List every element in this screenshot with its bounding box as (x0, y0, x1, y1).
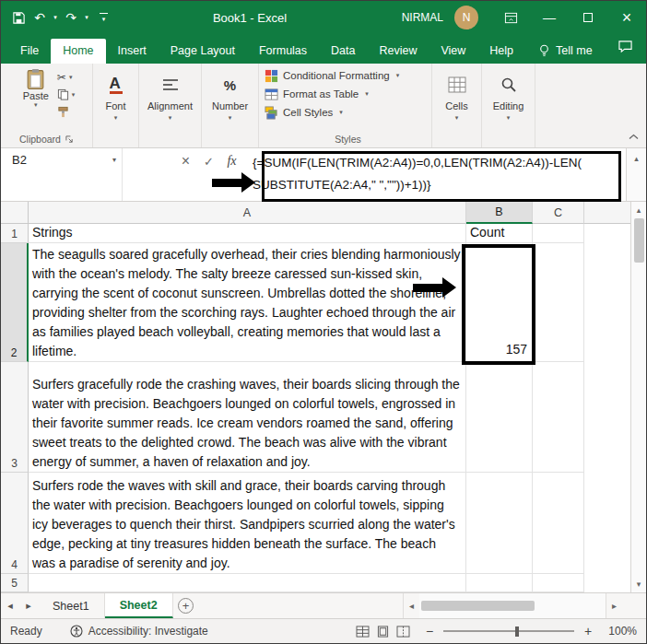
column-header-b[interactable]: B (466, 202, 533, 224)
alignment-group-button[interactable]: Alignment ▾ (139, 64, 202, 147)
cell-c5[interactable] (533, 574, 584, 592)
cell-a2[interactable]: The seagulls soared gracefully overhead,… (29, 243, 466, 362)
zoom-in-button[interactable]: + (582, 624, 594, 638)
font-icon: A (110, 76, 123, 94)
cell-a4[interactable]: Surfers rode the waves with skill and gr… (29, 473, 466, 574)
minimize-button[interactable]: — (530, 1, 569, 34)
vertical-scrollbar[interactable]: ▴ ▾ (630, 202, 646, 592)
tab-review[interactable]: Review (367, 39, 429, 64)
cell-c4[interactable] (533, 473, 584, 574)
scroll-up-button[interactable]: ▴ (631, 202, 646, 218)
sheet-nav-left-button[interactable]: ◂ (1, 593, 19, 618)
chevron-up-icon (629, 134, 639, 140)
tab-insert[interactable]: Insert (106, 39, 159, 64)
select-all-corner[interactable] (1, 202, 29, 224)
tab-data[interactable]: Data (319, 39, 367, 64)
title-bar: ↶ ▾ ↷ ▾ ▾ Book1 - Excel NIRMAL N — × (1, 1, 646, 34)
cell-b4[interactable] (466, 473, 533, 574)
conditional-formatting-icon (265, 69, 278, 83)
cancel-button[interactable]: × (174, 152, 197, 170)
conditional-formatting-button[interactable]: Conditional Formatting ▾ (265, 66, 431, 85)
cell-c2[interactable] (533, 243, 584, 362)
row-header-5[interactable]: 5 (1, 574, 29, 592)
page-layout-view-icon[interactable] (376, 626, 390, 638)
tell-me-button[interactable]: Tell me (529, 39, 602, 64)
cell-a5[interactable] (29, 574, 466, 592)
row-4: 4 Surfers rode the waves with skill and … (1, 473, 630, 574)
formula-line-1: {=SUM(IF(LEN(TRIM(A2:A4))=0,0,LEN(TRIM(A… (253, 152, 626, 174)
vertical-scrollbar-thumb[interactable] (634, 218, 644, 263)
tab-home[interactable]: Home (51, 39, 105, 64)
avatar[interactable]: N (454, 6, 478, 29)
column-header-a[interactable]: A (29, 202, 466, 224)
maximize-icon (583, 13, 593, 22)
tab-view[interactable]: View (429, 39, 477, 64)
zoom-slider[interactable] (443, 625, 574, 638)
cell-b2[interactable]: 157 (466, 243, 533, 362)
row-header-4[interactable]: 4 (1, 473, 29, 574)
paste-button[interactable]: Paste ▾ (18, 66, 53, 120)
horizontal-scrollbar[interactable]: ◂ ▸ (403, 593, 622, 618)
undo-dropdown-icon[interactable]: ▾ (51, 6, 60, 29)
row-header-3[interactable]: 3 (1, 362, 29, 473)
cut-button[interactable]: ✂▾ (57, 69, 76, 85)
formula-bar-expand-button[interactable]: ▴ (626, 148, 646, 201)
zoom-out-button[interactable]: − (424, 624, 435, 638)
zoom-slider-thumb[interactable] (515, 626, 519, 637)
cells-group-button[interactable]: Cells ▾ (432, 64, 482, 147)
magnifier-icon (500, 76, 517, 93)
name-box[interactable]: B2 ▾ (1, 148, 123, 201)
insert-function-button[interactable]: fx (220, 152, 243, 170)
cell-a1[interactable]: Strings (29, 224, 466, 243)
cell-b1[interactable]: Count (466, 224, 533, 243)
redo-button[interactable]: ↷ (61, 6, 81, 29)
user-name[interactable]: NIRMAL (402, 11, 443, 24)
redo-dropdown-icon[interactable]: ▾ (82, 6, 91, 29)
ribbon-display-options-button[interactable] (491, 1, 530, 34)
accessibility-checker[interactable]: Accessibility: Investigate (70, 625, 208, 638)
comments-button[interactable] (618, 40, 633, 64)
save-icon (12, 11, 26, 25)
sheet-tab-sheet2[interactable]: Sheet2 (105, 593, 173, 618)
maximize-button[interactable] (569, 1, 607, 34)
enter-button[interactable]: ✓ (197, 152, 220, 170)
customize-qat-button[interactable]: ▾ (100, 13, 108, 23)
row-header-1[interactable]: 1 (1, 224, 29, 243)
normal-view-icon[interactable] (356, 626, 370, 638)
page-break-view-icon[interactable] (396, 626, 410, 638)
row-header-2[interactable]: 2 (1, 243, 29, 362)
cell-b3[interactable] (466, 362, 533, 473)
new-sheet-button[interactable]: + (173, 593, 199, 618)
copy-button[interactable]: ▾ (57, 87, 76, 102)
paste-icon (26, 68, 45, 90)
tab-formulas[interactable]: Formulas (247, 39, 319, 64)
format-painter-button[interactable] (57, 104, 76, 120)
sheet-tab-sheet1[interactable]: Sheet1 (38, 593, 105, 618)
horizontal-scrollbar-thumb[interactable] (421, 601, 535, 611)
formula-input[interactable]: {=SUM(IF(LEN(TRIM(A2:A4))=0,0,LEN(TRIM(A… (243, 148, 626, 201)
cell-styles-button[interactable]: Cell Styles ▾ (265, 103, 431, 122)
cell-a3[interactable]: Surfers gracefully rode the crashing wav… (29, 362, 466, 473)
collapse-ribbon-button[interactable] (629, 127, 639, 144)
tab-file[interactable]: File (8, 39, 51, 64)
close-button[interactable]: × (607, 1, 646, 34)
zoom-level[interactable]: 100% (602, 625, 637, 638)
hscroll-left-button[interactable]: ◂ (403, 593, 419, 618)
tab-page-layout[interactable]: Page Layout (159, 39, 247, 64)
cell-c3[interactable] (533, 362, 584, 473)
tab-help[interactable]: Help (477, 39, 525, 64)
font-group-button[interactable]: A Font ▾ (93, 64, 139, 147)
undo-button[interactable]: ↶ (29, 6, 50, 29)
number-group-button[interactable]: % Number ▾ (202, 64, 259, 147)
editing-group-button[interactable]: Editing ▾ (482, 64, 535, 147)
cell-c1[interactable] (533, 224, 584, 243)
save-button[interactable] (8, 6, 29, 29)
dialog-launcher-icon[interactable] (65, 135, 74, 144)
format-as-table-button[interactable]: Format as Table ▾ (265, 85, 431, 103)
scroll-down-button[interactable]: ▾ (631, 576, 646, 592)
hscroll-right-button[interactable]: ▸ (606, 593, 622, 618)
cell-b5[interactable] (466, 574, 533, 592)
column-header-c[interactable]: C (533, 202, 584, 224)
styles-group-label: Styles (335, 133, 361, 147)
sheet-nav-right-button[interactable]: ▸ (19, 593, 38, 618)
